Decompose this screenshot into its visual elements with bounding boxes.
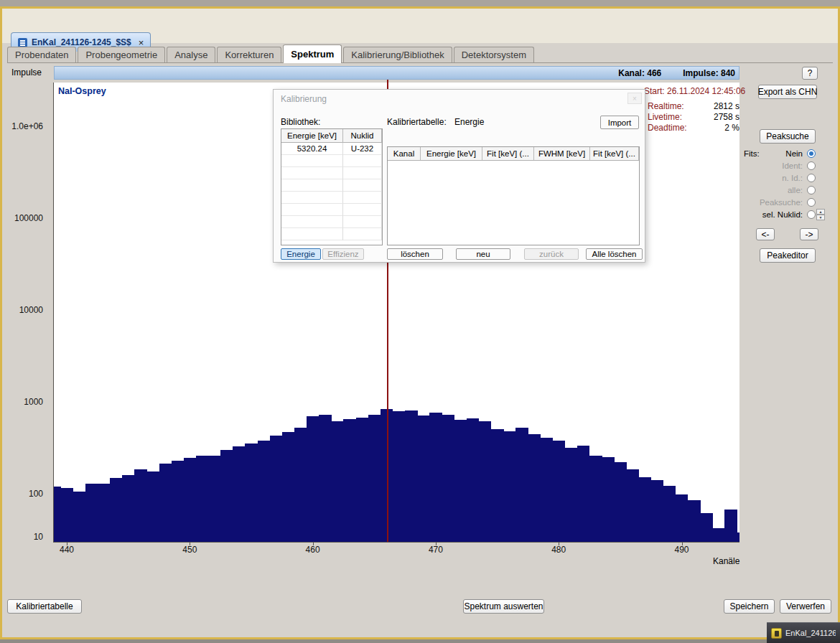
table-cell: U-232 [343, 143, 382, 155]
dialog-button-energie[interactable]: Energie [281, 248, 321, 260]
calibration-table: KanalEnergie [keV]Fit [keV] (...FWHM [ke… [387, 146, 640, 245]
histogram-bar [565, 448, 578, 542]
dialog-title: Kalibrierung [281, 94, 327, 104]
histogram-bar [331, 421, 344, 542]
table-header-row: KanalEnergie [keV]Fit [keV] (...FWHM [ke… [388, 147, 639, 161]
spinner-down-button[interactable]: ▼ [816, 215, 825, 220]
fits-option-label: Ident: [782, 161, 803, 170]
acquisition-stats: Start: 26.11.2024 12:45:06 Realtime:2812… [644, 86, 739, 133]
table-cell [281, 179, 343, 192]
peakeditor-button[interactable]: Peakeditor [760, 248, 816, 263]
table-cell [281, 167, 343, 179]
fits-radio-sel-nuklid[interactable] [807, 210, 816, 219]
import-button[interactable]: Import [600, 116, 639, 129]
stat-row-livetime: Livetime:2758 s [644, 112, 739, 123]
taskbar-app-button[interactable]: EnKal_241126... [767, 622, 840, 643]
histogram-bar [159, 464, 172, 543]
dialog-close-icon[interactable]: × [627, 93, 642, 104]
histogram-bar [405, 410, 418, 542]
fits-row-ident: Ident: [744, 159, 826, 172]
histogram-bar [73, 492, 86, 542]
stat-value: 2812 s [714, 101, 739, 112]
histogram-bar [134, 469, 147, 542]
channel-readout: Kanal: 466 [618, 68, 661, 78]
table-cell [343, 204, 382, 216]
fits-radio-nein[interactable] [807, 149, 816, 158]
counts-value: 840 [721, 68, 735, 78]
detector-label: NaI-Osprey [58, 86, 106, 96]
help-button[interactable]: ? [802, 67, 818, 80]
histogram-bar [589, 456, 602, 543]
x-tick-label: 480 [551, 545, 566, 555]
histogram-bar [245, 443, 258, 542]
y-tick-label: 10000 [19, 305, 43, 315]
dialog-button-alle-l-schen[interactable]: Alle löschen [586, 248, 643, 260]
histogram-bar [294, 428, 307, 542]
stat-value: 2 % [724, 123, 739, 133]
table-header-cell: FWHM [keV] [534, 147, 590, 161]
histogram-bar [528, 434, 541, 542]
table-header-cell: Energie [keV] [421, 147, 482, 161]
fits-radio-ident[interactable] [807, 161, 816, 170]
tab-probengeometrie[interactable]: Probengeometrie [78, 47, 165, 62]
export-chn-button[interactable]: Export als CHN [758, 85, 817, 99]
table-cell [281, 204, 343, 216]
stat-label: Livetime: [644, 112, 682, 123]
library-table: Energie [keV]Nuklid5320.24U-232 [281, 128, 383, 245]
histogram-bar [700, 513, 713, 542]
table-cell [343, 228, 382, 240]
table-header-cell: Kanal [388, 147, 421, 161]
speichern-button[interactable]: Speichern [724, 599, 775, 614]
dialog-button-neu[interactable]: neu [456, 248, 510, 260]
taskbar-app-label: EnKal_241126... [785, 629, 836, 637]
histogram-bar [515, 428, 528, 542]
y-tick-label: 1.0e+06 [11, 121, 43, 131]
table-cell [281, 228, 343, 240]
histogram-bar [651, 480, 664, 542]
histogram-bar [208, 456, 221, 542]
spektrum-auswerten-button[interactable]: Spektrum auswerten [463, 599, 544, 614]
histogram-bar [172, 461, 185, 542]
histogram-bar [307, 416, 319, 542]
dialog-button-l-schen[interactable]: löschen [387, 248, 443, 260]
tab-probendaten[interactable]: Probendaten [7, 47, 76, 62]
dialog-button-zur-ck: zurück [524, 248, 579, 260]
histogram-bar [282, 432, 295, 542]
peaksuche-button[interactable]: Peaksuche [760, 129, 816, 144]
histogram-bar [467, 418, 480, 542]
table-row [281, 216, 382, 228]
tab-spektrum[interactable]: Spektrum [283, 44, 342, 63]
kalibriertabelle-button[interactable]: Kalibriertabelle [7, 599, 82, 614]
desktop-top-strip [0, 0, 840, 6]
fits-radio-peaksuche[interactable] [807, 198, 816, 207]
histogram-bar [429, 413, 442, 542]
spinner-up-button[interactable]: ▲ [816, 209, 825, 215]
table-cell: 5320.24 [281, 143, 343, 155]
main-tab-strip: ProbendatenProbengeometrieAnalyseKorrekt… [7, 44, 833, 63]
tab-detektorsystem[interactable]: Detektorsystem [454, 47, 534, 62]
table-cell [281, 192, 343, 204]
channel-value: 466 [647, 68, 661, 78]
table-row [281, 179, 382, 192]
table-header-cell: Fit [keV] (... [482, 147, 534, 161]
tab-kalibrierung-bibliothek[interactable]: Kalibrierung/Bibliothek [343, 47, 452, 62]
fits-row-peaksuche: Peaksuche: [744, 196, 826, 208]
histogram-bar [577, 446, 590, 542]
desktop-bottom-strip [0, 639, 840, 643]
tab-korrekturen[interactable]: Korrekturen [217, 47, 281, 62]
histogram-bar [663, 486, 676, 542]
histogram-bar [196, 456, 209, 543]
verwerfen-button[interactable]: Verwerfen [780, 599, 831, 614]
fits-radio-alle[interactable] [807, 186, 816, 194]
previous-peak-button[interactable]: <- [756, 228, 775, 240]
histogram-bar [724, 510, 737, 543]
histogram-bar [146, 471, 159, 542]
tab-analyse[interactable]: Analyse [167, 47, 215, 62]
histogram-bar [626, 469, 639, 542]
histogram-bar [85, 484, 98, 542]
spectrum-status-bar: Kanal: 466 Impulse: 840 [54, 66, 739, 80]
nuklid-spinner: ▲▼ [816, 209, 825, 220]
next-peak-button[interactable]: -> [800, 228, 818, 240]
table-row[interactable]: 5320.24U-232 [281, 143, 382, 155]
fits-radio-n-id[interactable] [807, 174, 816, 182]
